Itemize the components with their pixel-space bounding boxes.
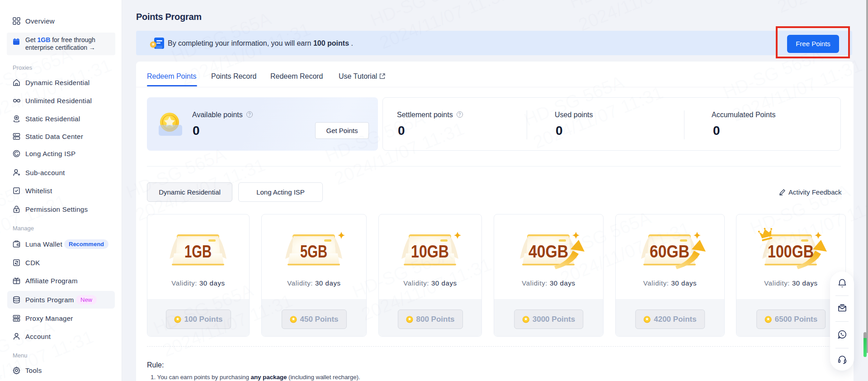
svg-text:60GB: 60GB [650, 242, 689, 261]
svg-text:100GB: 100GB [768, 242, 814, 261]
svg-text:1GB: 1GB [184, 242, 212, 261]
svg-text:10GB: 10GB [411, 242, 449, 261]
svg-text:40GB: 40GB [528, 242, 568, 261]
svg-text:5GB: 5GB [300, 242, 327, 261]
